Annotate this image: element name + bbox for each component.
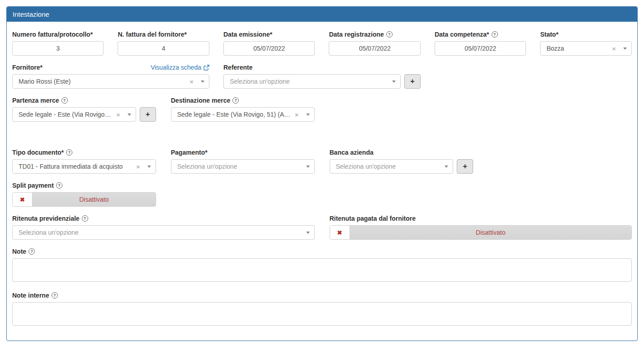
chevron-down-icon: [306, 166, 310, 168]
data-competenza-input[interactable]: [435, 41, 526, 56]
field-stato: Stato* Bozza ×: [540, 31, 631, 56]
data-registrazione-label-text: Data registrazione: [329, 31, 384, 38]
external-link-icon: [204, 65, 209, 71]
split-payment-label: Split payment ?: [12, 182, 156, 189]
referente-label: Referente: [223, 64, 421, 71]
row-merce: Partenza merce ? Sede legale - Este (Via…: [12, 97, 632, 122]
banca-azienda-select[interactable]: Seleziona un'opzione: [330, 159, 454, 174]
ritenuta-previdenziale-label-text: Ritenuta previdenziale: [12, 215, 80, 222]
toggle-off-icon: ✖: [330, 226, 350, 239]
numero-fattura-input[interactable]: [12, 41, 104, 56]
clear-icon[interactable]: ×: [189, 78, 194, 85]
visualizza-scheda-link[interactable]: Visualizza scheda: [151, 64, 209, 71]
clear-icon[interactable]: ×: [295, 111, 299, 118]
clear-icon[interactable]: ×: [136, 163, 140, 170]
tipo-documento-value: TD01 - Fattura immediata di acquisto: [19, 163, 133, 170]
note-interne-label: Note interne ?: [12, 292, 632, 299]
row-ritenuta: Ritenuta previdenziale ? Seleziona un'op…: [12, 215, 632, 240]
clear-icon[interactable]: ×: [116, 111, 120, 118]
numero-fattura-label: Numero fattura/protocollo*: [12, 31, 104, 38]
row-fornitore: Fornitore* Visualizza scheda: [12, 64, 632, 89]
chevron-down-icon: [623, 47, 627, 50]
panel-title: Intestazione: [7, 7, 637, 22]
row-header-fields: Numero fattura/protocollo* N. fattura de…: [12, 31, 632, 56]
field-split-payment: Split payment ? ✖ Disattivato: [12, 182, 156, 207]
add-referente-button[interactable]: +: [404, 74, 421, 89]
field-note: Note ?: [12, 248, 632, 284]
fornitore-select[interactable]: Mario Rossi (Este) ×: [12, 74, 209, 89]
panel-body: Numero fattura/protocollo* N. fattura de…: [7, 31, 637, 341]
partenza-merce-select[interactable]: Sede legale - Este (Via Rovigo, 5... ×: [12, 107, 136, 122]
help-icon: ?: [66, 149, 72, 156]
referente-placeholder: Seleziona un'opzione: [230, 78, 390, 85]
pagamento-placeholder: Seleziona un'opzione: [177, 163, 304, 170]
field-numero-fattura: Numero fattura/protocollo*: [12, 31, 104, 56]
n-fattura-fornitore-input[interactable]: [118, 41, 209, 56]
ritenuta-previdenziale-label: Ritenuta previdenziale ?: [12, 215, 315, 222]
chevron-down-icon: [128, 114, 131, 116]
pagamento-select[interactable]: Seleziona un'opzione: [171, 159, 315, 174]
row-split-payment: Split payment ? ✖ Disattivato: [12, 182, 632, 207]
banca-azienda-label: Banca azienda: [330, 149, 474, 156]
fornitore-label-text: Fornitore*: [12, 64, 43, 71]
chevron-down-icon: [306, 232, 310, 234]
stato-select[interactable]: Bozza ×: [540, 41, 631, 56]
partenza-merce-label-text: Partenza merce: [12, 97, 59, 104]
tipo-documento-label: Tipo documento* ?: [12, 149, 156, 156]
empty-cell: [488, 149, 632, 174]
help-icon: ?: [52, 292, 58, 299]
field-data-competenza: Data competenza* ?: [435, 31, 526, 56]
help-icon: ?: [62, 97, 68, 104]
help-icon: ?: [232, 97, 239, 104]
destinazione-merce-label: Destinazione merce ?: [171, 97, 315, 104]
clear-icon[interactable]: ×: [612, 45, 616, 52]
destinazione-merce-value: Sede legale - Este (Via Rovigo, 51) (Ad.…: [177, 111, 291, 118]
split-payment-state: Disattivato: [33, 193, 156, 206]
tipo-documento-select[interactable]: TD01 - Fattura immediata di acquisto ×: [12, 159, 156, 174]
help-icon: ?: [82, 215, 88, 222]
add-banca-azienda-button[interactable]: +: [457, 159, 473, 174]
split-payment-toggle[interactable]: ✖ Disattivato: [12, 192, 156, 207]
note-interne-label-text: Note interne: [12, 292, 49, 299]
n-fattura-fornitore-label: N. fattura del fornitore*: [118, 31, 209, 38]
field-partenza-merce: Partenza merce ? Sede legale - Este (Via…: [12, 97, 156, 122]
row-documento: Tipo documento* ? TD01 - Fattura immedia…: [12, 149, 632, 174]
field-pagamento: Pagamento* Seleziona un'opzione: [171, 149, 315, 174]
tipo-documento-label-text: Tipo documento*: [12, 149, 64, 156]
data-registrazione-input[interactable]: [329, 41, 420, 56]
stato-value: Bozza: [546, 45, 608, 52]
ritenuta-previdenziale-placeholder: Seleziona un'opzione: [19, 229, 304, 236]
help-icon: ?: [386, 31, 393, 38]
field-data-registrazione: Data registrazione ?: [329, 31, 420, 56]
banca-azienda-placeholder: Seleziona un'opzione: [336, 163, 443, 170]
empty-cell: [488, 97, 632, 122]
ritenuta-previdenziale-select[interactable]: Seleziona un'opzione: [12, 225, 315, 240]
chevron-down-icon: [201, 81, 204, 83]
ritenuta-pagata-state: Disattivato: [350, 226, 632, 239]
note-interne-textarea[interactable]: [12, 302, 632, 326]
data-emissione-input[interactable]: [223, 41, 315, 56]
data-registrazione-label: Data registrazione ?: [329, 31, 420, 38]
data-competenza-label: Data competenza* ?: [435, 31, 526, 38]
ritenuta-pagata-toggle[interactable]: ✖ Disattivato: [330, 225, 632, 240]
chevron-down-icon: [147, 166, 151, 168]
referente-select[interactable]: Seleziona un'opzione: [223, 74, 401, 89]
help-icon: ?: [56, 182, 62, 189]
intestazione-panel: Intestazione Numero fattura/protocollo* …: [6, 6, 638, 341]
field-fornitore: Fornitore* Visualizza scheda: [12, 64, 209, 89]
data-emissione-label: Data emissione*: [223, 31, 315, 38]
fornitore-value: Mario Rossi (Este): [19, 78, 186, 85]
field-ritenuta-pagata: Ritenuta pagata dal fornitore ✖ Disattiv…: [330, 215, 632, 240]
row-note: Note ?: [12, 248, 632, 284]
empty-cell: [330, 97, 474, 122]
destinazione-merce-select[interactable]: Sede legale - Este (Via Rovigo, 51) (Ad.…: [171, 107, 315, 122]
visualizza-scheda-text: Visualizza scheda: [151, 64, 201, 71]
data-competenza-label-text: Data competenza*: [435, 31, 489, 38]
note-label-text: Note: [12, 248, 26, 255]
add-partenza-merce-button[interactable]: +: [140, 107, 156, 122]
toggle-off-icon: ✖: [13, 193, 33, 206]
field-note-interne: Note interne ?: [12, 292, 632, 327]
partenza-merce-value: Sede legale - Este (Via Rovigo, 5...: [19, 111, 113, 118]
note-textarea[interactable]: [12, 258, 632, 282]
fornitore-label: Fornitore* Visualizza scheda: [12, 64, 209, 71]
